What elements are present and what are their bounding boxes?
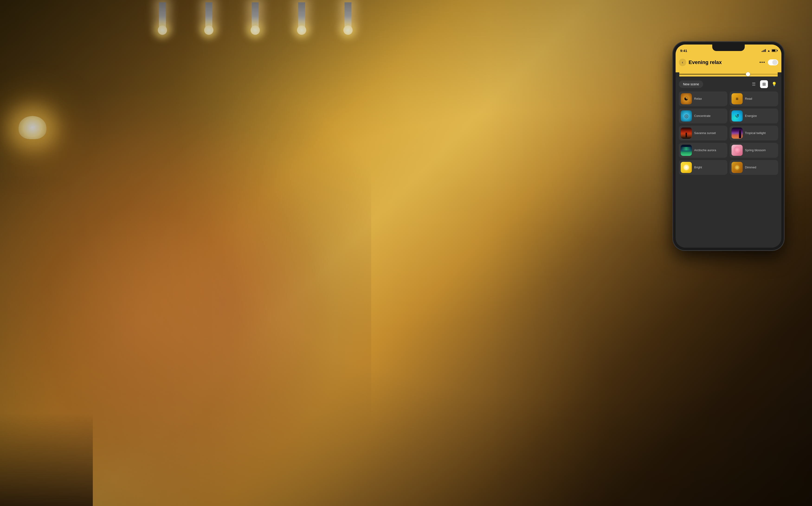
light-view-icon: 💡	[772, 82, 777, 87]
status-time: 9:41	[680, 49, 687, 53]
scene-energize[interactable]: ↺ Energize	[730, 108, 778, 123]
ceiling-light-1	[159, 2, 166, 30]
scene-energize-icon: ↺	[731, 110, 743, 121]
ceiling-light-5	[344, 2, 351, 30]
scene-relax[interactable]: ☯ Relax	[679, 91, 727, 106]
light-view-button[interactable]: 💡	[770, 80, 778, 88]
scene-relax-label: Relax	[694, 97, 702, 101]
gallery-view-button[interactable]: ⊞	[760, 80, 768, 88]
toolbar: New scene ☰ ⊞ 💡	[679, 80, 778, 88]
phone-wrapper: 9:41 ▲	[673, 42, 784, 250]
scene-relax-icon: ☯	[681, 93, 692, 104]
scene-dimmed[interactable]: Dimmed	[730, 160, 778, 175]
scene-read-label: Read	[745, 97, 752, 101]
app-content: New scene ☰ ⊞ 💡	[675, 77, 782, 248]
battery-icon	[772, 49, 777, 52]
slider-thumb[interactable]	[746, 72, 750, 76]
back-button[interactable]: ‹	[679, 59, 686, 66]
toggle-knob	[772, 60, 778, 65]
relax-symbol: ☯	[684, 96, 688, 102]
scene-spring-icon	[731, 145, 743, 156]
scene-spring-label: Spring blossom	[745, 148, 766, 152]
scene-dimmed-label: Dimmed	[745, 166, 756, 169]
scene-bright-icon	[681, 162, 692, 173]
signal-icon	[762, 49, 766, 52]
scene-tropical-label: Tropical twilight	[745, 131, 765, 135]
phone-screen: 9:41 ▲	[675, 45, 782, 248]
more-button[interactable]: •••	[759, 59, 766, 66]
page-title: Evening relax	[688, 59, 759, 65]
more-icon: •••	[759, 60, 765, 65]
gallery-view-icon: ⊞	[762, 82, 766, 87]
scene-savanna-label: Savanna sunset	[694, 131, 716, 135]
scene-read[interactable]: ≡ Read	[730, 91, 778, 106]
battery-fill	[772, 50, 775, 52]
scene-dimmed-icon	[731, 162, 743, 173]
list-view-button[interactable]: ☰	[750, 80, 758, 88]
scenes-grid: ☯ Relax ≡ Read ◎	[679, 91, 778, 175]
power-toggle[interactable]	[768, 59, 778, 65]
scene-read-icon: ≡	[731, 93, 743, 104]
read-symbol: ≡	[736, 96, 738, 102]
ceiling-light-4	[298, 2, 305, 30]
scene-tropical-icon	[731, 128, 743, 139]
ceiling-light-2	[205, 2, 212, 30]
scene-savanna-icon	[681, 128, 692, 139]
energize-symbol: ↺	[735, 113, 739, 119]
table-area	[0, 413, 93, 506]
slider-fill	[679, 74, 748, 75]
wifi-icon: ▲	[767, 49, 770, 53]
ceiling-light-3	[252, 2, 259, 30]
scene-arctic-label: Arctische aurora	[694, 148, 716, 152]
scene-concentrate-label: Concentrate	[694, 114, 711, 118]
lamp-head	[18, 116, 47, 139]
scene-arctic-icon	[681, 145, 692, 156]
scene-bright-label: Bright	[694, 166, 702, 169]
scene-spring[interactable]: Spring blossom	[730, 143, 778, 158]
list-view-icon: ☰	[752, 82, 756, 87]
scene-concentrate-icon: ◎	[681, 110, 692, 121]
phone-device: 9:41 ▲	[673, 42, 784, 250]
scene-energize-label: Energize	[745, 114, 757, 118]
brightness-slider-row	[679, 72, 778, 77]
scene-savanna[interactable]: Savanna sunset	[679, 126, 727, 141]
phone-notch	[712, 45, 745, 51]
brightness-slider-track[interactable]	[679, 74, 778, 75]
floor-lamp	[7, 70, 53, 209]
new-scene-button[interactable]: New scene	[679, 80, 703, 88]
ceiling-lights-area	[139, 0, 371, 47]
concentrate-symbol: ◎	[684, 113, 688, 119]
back-icon: ‹	[682, 60, 683, 65]
scene-bright[interactable]: Bright	[679, 160, 727, 175]
scene-concentrate[interactable]: ◎ Concentrate	[679, 108, 727, 123]
status-icons: ▲	[762, 49, 777, 53]
scene-tropical[interactable]: Tropical twilight	[730, 126, 778, 141]
scene-arctic[interactable]: Arctische aurora	[679, 143, 727, 158]
